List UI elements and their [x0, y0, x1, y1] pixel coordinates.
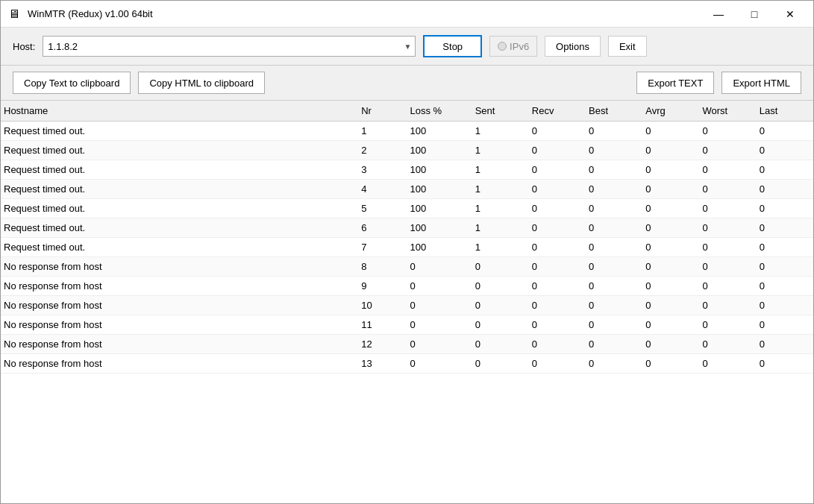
- cell-row8-col0: No response from host: [1, 277, 358, 296]
- cell-row0-col6: 0: [642, 122, 699, 141]
- cell-row9-col1: 10: [358, 296, 407, 315]
- cell-row12-col2: 0: [407, 354, 472, 374]
- table-container[interactable]: Hostname Nr Loss % Sent Recv Best Avrg W…: [1, 101, 813, 503]
- cell-row8-col3: 0: [472, 277, 529, 296]
- table-row: No response from host110000000: [1, 315, 813, 335]
- cell-row9-col6: 0: [642, 296, 699, 315]
- title-bar-left: 🖥 WinMTR (Redux) v1.00 64bit: [7, 7, 153, 22]
- close-button[interactable]: ✕: [773, 4, 807, 25]
- col-header-hostname: Hostname: [1, 101, 358, 122]
- main-window: 🖥 WinMTR (Redux) v1.00 64bit — □ ✕ Host:…: [0, 0, 814, 504]
- cell-row7-col7: 0: [700, 257, 757, 277]
- cell-row7-col6: 0: [642, 257, 699, 277]
- table-row: Request timed out.5100100000: [1, 199, 813, 218]
- col-header-sent: Sent: [472, 101, 529, 122]
- cell-row7-col8: 0: [757, 257, 813, 277]
- table-row: No response from host120000000: [1, 335, 813, 354]
- cell-row2-col7: 0: [700, 160, 757, 180]
- cell-row12-col8: 0: [757, 354, 813, 374]
- cell-row9-col3: 0: [472, 296, 529, 315]
- cell-row8-col5: 0: [586, 277, 642, 296]
- table-row: Request timed out.7100100000: [1, 238, 813, 257]
- cell-row6-col5: 0: [586, 238, 642, 257]
- cell-row2-col4: 0: [529, 160, 586, 180]
- title-bar: 🖥 WinMTR (Redux) v1.00 64bit — □ ✕: [1, 1, 813, 28]
- host-label: Host:: [13, 41, 35, 52]
- copy-text-button[interactable]: Copy Text to clipboard: [13, 72, 131, 94]
- table-row: No response from host90000000: [1, 277, 813, 296]
- ipv6-button[interactable]: IPv6: [489, 36, 537, 57]
- col-header-loss: Loss %: [407, 101, 472, 122]
- table-row: Request timed out.1100100000: [1, 122, 813, 141]
- cell-row5-col6: 0: [642, 218, 699, 238]
- cell-row12-col3: 0: [472, 354, 529, 374]
- cell-row10-col7: 0: [700, 315, 757, 335]
- cell-row1-col1: 2: [358, 141, 407, 160]
- cell-row9-col8: 0: [757, 296, 813, 315]
- cell-row4-col8: 0: [757, 199, 813, 218]
- exit-button[interactable]: Exit: [608, 36, 647, 57]
- options-button[interactable]: Options: [545, 36, 601, 57]
- cell-row10-col3: 0: [472, 315, 529, 335]
- cell-row3-col0: Request timed out.: [1, 180, 358, 199]
- cell-row1-col4: 0: [529, 141, 586, 160]
- copy-html-button[interactable]: Copy HTML to clipboard: [138, 72, 265, 94]
- cell-row0-col0: Request timed out.: [1, 122, 358, 141]
- cell-row5-col2: 100: [407, 218, 472, 238]
- cell-row6-col4: 0: [529, 238, 586, 257]
- export-text-button[interactable]: Export TEXT: [636, 72, 714, 94]
- cell-row11-col3: 0: [472, 335, 529, 354]
- host-input[interactable]: [43, 41, 400, 52]
- cell-row3-col5: 0: [586, 180, 642, 199]
- cell-row9-col7: 0: [700, 296, 757, 315]
- cell-row11-col4: 0: [529, 335, 586, 354]
- table-row: Request timed out.4100100000: [1, 180, 813, 199]
- cell-row11-col2: 0: [407, 335, 472, 354]
- cell-row6-col1: 7: [358, 238, 407, 257]
- cell-row1-col7: 0: [700, 141, 757, 160]
- table-row: No response from host80000000: [1, 257, 813, 277]
- cell-row11-col1: 12: [358, 335, 407, 354]
- cell-row5-col3: 1: [472, 218, 529, 238]
- col-header-recv: Recv: [529, 101, 586, 122]
- cell-row1-col6: 0: [642, 141, 699, 160]
- toolbar: Host: ▼ Stop IPv6 Options Exit: [1, 28, 813, 66]
- cell-row4-col0: Request timed out.: [1, 199, 358, 218]
- cell-row12-col6: 0: [642, 354, 699, 374]
- cell-row1-col0: Request timed out.: [1, 141, 358, 160]
- cell-row1-col2: 100: [407, 141, 472, 160]
- window-controls: — □ ✕: [701, 4, 807, 25]
- host-dropdown-button[interactable]: ▼: [400, 37, 415, 56]
- cell-row1-col3: 1: [472, 141, 529, 160]
- export-html-button[interactable]: Export HTML: [721, 72, 801, 94]
- maximize-button[interactable]: □: [737, 4, 771, 25]
- cell-row2-col3: 1: [472, 160, 529, 180]
- cell-row4-col1: 5: [358, 199, 407, 218]
- minimize-button[interactable]: —: [701, 4, 736, 25]
- cell-row10-col2: 0: [407, 315, 472, 335]
- cell-row9-col5: 0: [586, 296, 642, 315]
- table-row: Request timed out.3100100000: [1, 160, 813, 180]
- cell-row2-col8: 0: [757, 160, 813, 180]
- ipv6-radio: [498, 42, 507, 51]
- cell-row4-col4: 0: [529, 199, 586, 218]
- cell-row10-col1: 11: [358, 315, 407, 335]
- cell-row0-col4: 0: [529, 122, 586, 141]
- cell-row12-col0: No response from host: [1, 354, 358, 374]
- cell-row8-col2: 0: [407, 277, 472, 296]
- cell-row2-col0: Request timed out.: [1, 160, 358, 180]
- cell-row6-col8: 0: [757, 238, 813, 257]
- stop-button[interactable]: Stop: [423, 35, 482, 57]
- table-row: Request timed out.2100100000: [1, 141, 813, 160]
- window-title: WinMTR (Redux) v1.00 64bit: [28, 8, 153, 19]
- cell-row9-col2: 0: [407, 296, 472, 315]
- cell-row8-col8: 0: [757, 277, 813, 296]
- cell-row6-col0: Request timed out.: [1, 238, 358, 257]
- cell-row3-col7: 0: [700, 180, 757, 199]
- cell-row12-col1: 13: [358, 354, 407, 374]
- cell-row3-col3: 1: [472, 180, 529, 199]
- cell-row0-col7: 0: [700, 122, 757, 141]
- cell-row5-col5: 0: [586, 218, 642, 238]
- cell-row12-col4: 0: [529, 354, 586, 374]
- cell-row7-col5: 0: [586, 257, 642, 277]
